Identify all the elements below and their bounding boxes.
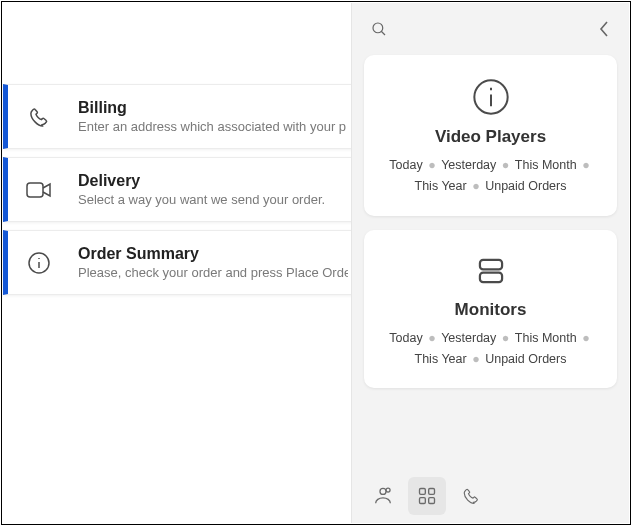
panel-footer xyxy=(352,469,629,523)
step-desc: Enter an address which associated with y… xyxy=(78,119,348,134)
search-icon[interactable] xyxy=(370,20,388,38)
step-title: Billing xyxy=(78,99,348,117)
svg-rect-10 xyxy=(479,272,501,282)
panel-cards: Video Players Today ● Yesterday ● This M… xyxy=(352,55,629,469)
info-icon xyxy=(378,77,603,117)
phone-icon xyxy=(18,105,60,129)
svg-point-11 xyxy=(380,488,386,494)
info-icon xyxy=(18,251,60,275)
svg-rect-9 xyxy=(479,259,501,269)
card-filters[interactable]: Today ● Yesterday ● This Month ● This Ye… xyxy=(378,328,603,371)
svg-point-12 xyxy=(386,488,390,492)
card-title: Monitors xyxy=(378,300,603,320)
svg-rect-0 xyxy=(27,183,43,197)
checkout-steps: Billing Enter an address which associate… xyxy=(3,84,363,295)
step-billing[interactable]: Billing Enter an address which associate… xyxy=(3,84,363,149)
step-order-summary[interactable]: Order Summary Please, check your order a… xyxy=(3,230,363,295)
svg-rect-15 xyxy=(420,498,426,504)
step-title: Delivery xyxy=(78,172,348,190)
footer-phone-button[interactable] xyxy=(452,477,490,515)
card-monitors[interactable]: Monitors Today ● Yesterday ● This Month … xyxy=(364,230,617,389)
side-panel: Video Players Today ● Yesterday ● This M… xyxy=(351,3,629,523)
panel-header xyxy=(352,3,629,55)
svg-rect-16 xyxy=(429,498,435,504)
step-title: Order Summary xyxy=(78,245,348,263)
step-delivery[interactable]: Delivery Select a way you want we send y… xyxy=(3,157,363,222)
footer-grid-button[interactable] xyxy=(408,477,446,515)
card-title: Video Players xyxy=(378,127,603,147)
card-filters[interactable]: Today ● Yesterday ● This Month ● This Ye… xyxy=(378,155,603,198)
step-desc: Select a way you want we send your order… xyxy=(78,192,348,207)
svg-rect-13 xyxy=(420,489,426,495)
back-icon[interactable] xyxy=(597,20,611,38)
card-video-players[interactable]: Video Players Today ● Yesterday ● This M… xyxy=(364,55,617,216)
monitor-icon xyxy=(378,252,603,290)
svg-rect-14 xyxy=(429,489,435,495)
footer-person-button[interactable] xyxy=(364,477,402,515)
camera-icon xyxy=(18,180,60,200)
svg-line-5 xyxy=(381,31,385,35)
step-desc: Please, check your order and press Place… xyxy=(78,265,348,280)
